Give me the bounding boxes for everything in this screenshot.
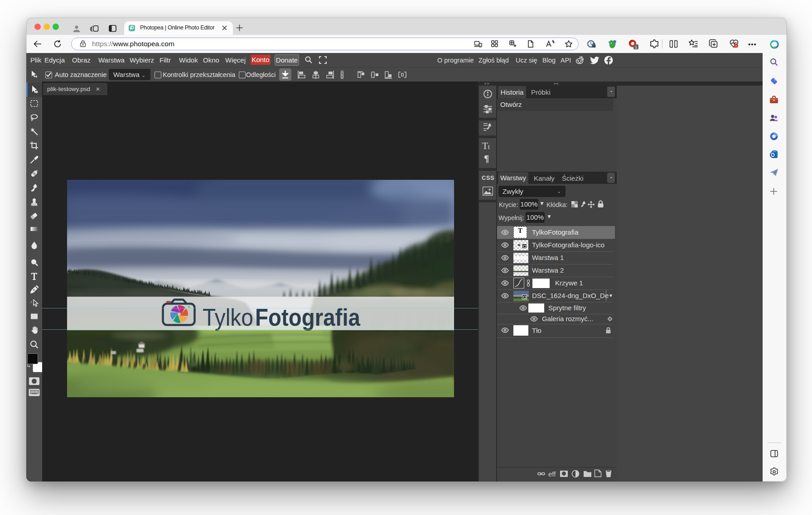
svg-text:Fotografia: Fotografia	[255, 303, 361, 331]
svg-text:Tylko: Tylko	[203, 303, 253, 331]
svg-text:1: 1	[635, 45, 637, 49]
svg-text:!: !	[735, 44, 736, 48]
